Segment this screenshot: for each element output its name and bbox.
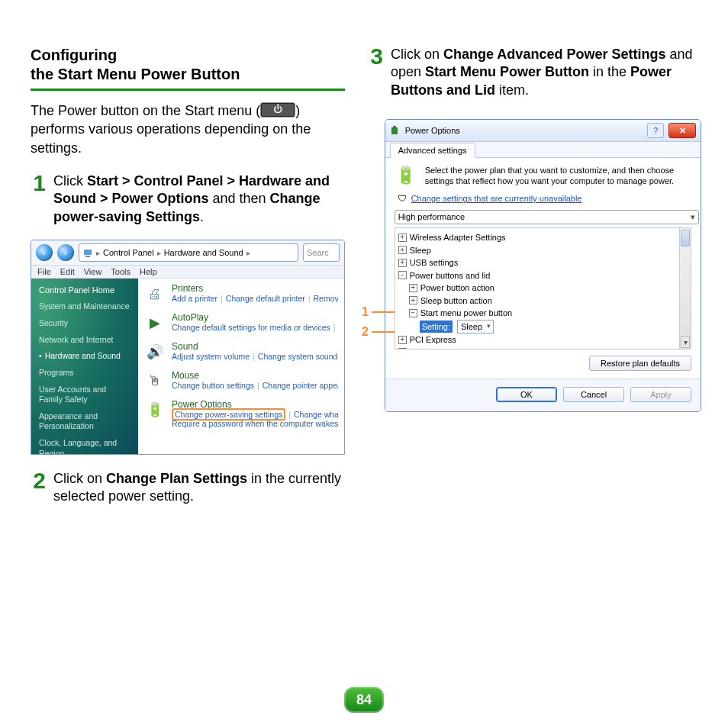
chevron-down-icon: ▾ <box>691 212 695 222</box>
link-mouse-pointer[interactable]: Change pointer appearance <box>263 381 338 390</box>
cp-nav-bar: ‹ › ▸ Control Panel ▸ Hardware and Sound… <box>31 240 344 266</box>
link-change-power-button[interactable]: Change what the power b <box>294 410 338 419</box>
cp-sidebar: Control Panel Home System and Maintenanc… <box>31 279 138 454</box>
link-autoplay-defaults[interactable]: Change default settings for media or dev… <box>172 323 330 332</box>
tree-start-menu-power-button[interactable]: −Start menu power button <box>409 307 678 320</box>
sidebar-item-system[interactable]: System and Maintenance <box>31 298 138 315</box>
scrollbar[interactable]: ▾ <box>679 228 691 349</box>
plan-value: High performance <box>398 212 465 222</box>
sidebar-item-hardware-sound[interactable]: Hardware and Sound <box>31 348 138 365</box>
ok-button[interactable]: OK <box>496 387 557 402</box>
tree-setting-row[interactable]: Setting: Sleep▾ <box>420 320 678 334</box>
svg-rect-1 <box>85 256 90 257</box>
cat-mouse: 🖱 Mouse Change button settings|Change po… <box>144 370 338 391</box>
help-button[interactable]: ? <box>647 123 664 138</box>
cat-sound: 🔊 Sound Adjust system volume|Change syst… <box>144 341 338 362</box>
intro-paragraph: The Power button on the Start menu () pe… <box>31 101 345 157</box>
restore-defaults-button[interactable]: Restore plan defaults <box>589 356 691 371</box>
setting-value-select[interactable]: Sleep▾ <box>457 320 494 334</box>
tree-wireless[interactable]: +Wireless Adapter Settings <box>398 231 678 244</box>
cp-main-pane: 🖨 Printers Add a printer|Change default … <box>138 279 344 454</box>
battery-icon <box>390 125 401 136</box>
menu-help[interactable]: Help <box>140 267 157 276</box>
cat-title[interactable]: Sound <box>172 341 338 352</box>
menu-tools[interactable]: Tools <box>111 267 130 276</box>
power-plan-icon: 🔋 <box>395 166 417 188</box>
section-heading: Configuring the Start Menu Power Button <box>31 46 345 84</box>
step-number: 2 <box>31 470 46 506</box>
link-remove-printer[interactable]: Remove a printe <box>314 294 339 303</box>
svg-rect-2 <box>391 127 398 134</box>
link-require-password[interactable]: Require a password when the computer wak… <box>172 419 338 428</box>
apply-button[interactable]: Apply <box>630 387 691 402</box>
svg-rect-3 <box>393 126 396 127</box>
cat-autoplay: ▶ AutoPlay Change default settings for m… <box>144 312 338 333</box>
close-button[interactable]: ✕ <box>668 123 696 138</box>
scrollbar-thumb[interactable] <box>681 230 690 246</box>
cat-printers: 🖨 Printers Add a printer|Change default … <box>144 283 338 304</box>
sidebar-item-home[interactable]: Control Panel Home <box>31 282 138 298</box>
speaker-icon: 🔊 <box>144 341 166 362</box>
cat-title[interactable]: Printers <box>172 283 338 294</box>
po-description: Select the power plan that you want to c… <box>425 166 691 188</box>
cat-power-options: 🔋 Power Options Change power-saving sett… <box>144 399 338 428</box>
tree-sleep[interactable]: +Sleep <box>398 244 678 257</box>
step-2: 2 Click on Change Plan Settings in the c… <box>31 470 345 506</box>
link-change-sounds[interactable]: Change system sounds <box>258 352 338 361</box>
sidebar-item-security[interactable]: Security <box>31 315 138 332</box>
printer-icon: 🖨 <box>144 283 166 304</box>
cat-title[interactable]: AutoPlay <box>172 312 338 323</box>
tree-power-button-action[interactable]: +Power button action <box>409 282 678 295</box>
mouse-icon: 🖱 <box>144 370 166 391</box>
tree-processor-pm[interactable]: +Processor power management <box>398 346 678 350</box>
battery-icon: 🔋 <box>144 399 166 420</box>
control-panel-window: ‹ › ▸ Control Panel ▸ Hardware and Sound… <box>31 240 345 455</box>
heading-rule <box>31 89 345 91</box>
breadcrumb[interactable]: ▸ Control Panel ▸ Hardware and Sound ▸ <box>79 243 298 262</box>
svg-rect-0 <box>84 250 92 255</box>
menu-edit[interactable]: Edit <box>60 267 75 276</box>
power-button-icon <box>260 102 295 118</box>
back-button[interactable]: ‹ <box>36 244 53 261</box>
link-mouse-buttons[interactable]: Change button settings <box>172 381 254 390</box>
step-number: 3 <box>368 46 383 99</box>
link-change-unavailable[interactable]: Change settings that are currently unava… <box>411 194 582 203</box>
setting-label: Setting: <box>420 321 453 333</box>
tree-pci-express[interactable]: +PCI Express <box>398 333 678 346</box>
sidebar-item-programs[interactable]: Programs <box>31 365 138 382</box>
page-number: 84 <box>344 687 384 713</box>
cancel-button[interactable]: Cancel <box>563 387 624 402</box>
tab-advanced-settings[interactable]: Advanced settings <box>390 143 475 158</box>
sidebar-item-appearance[interactable]: Appearance and Personalization <box>31 408 138 435</box>
crumb-hardware-sound: Hardware and Sound <box>164 248 243 257</box>
power-plan-select[interactable]: High performance ▾ <box>395 210 699 224</box>
po-settings-tree: ▾ +Wireless Adapter Settings +Sleep +USB… <box>395 227 691 350</box>
menu-file[interactable]: File <box>37 267 51 276</box>
callout-1: 1 <box>362 305 369 319</box>
link-add-printer[interactable]: Add a printer <box>172 294 217 303</box>
tree-usb[interactable]: +USB settings <box>398 256 678 269</box>
tree-power-buttons-lid[interactable]: −Power buttons and lid <box>398 269 678 282</box>
computer-icon <box>82 247 93 258</box>
power-options-dialog: Power Options ? ✕ Advanced settings 🔋 Se… <box>385 119 701 412</box>
search-input[interactable]: Searc <box>303 243 340 262</box>
forward-button[interactable]: › <box>57 244 74 261</box>
po-title: Power Options <box>405 126 643 135</box>
crumb-control-panel: Control Panel <box>103 248 154 257</box>
shield-icon: 🛡 <box>398 193 407 204</box>
scroll-down-button[interactable]: ▾ <box>681 336 690 348</box>
link-change-default-printer[interactable]: Change default printer <box>226 294 305 303</box>
menu-view[interactable]: View <box>84 267 102 276</box>
tree-sleep-button-action[interactable]: +Sleep button action <box>409 295 678 308</box>
step-1: 1 Click Start > Control Panel > Hardware… <box>31 172 345 226</box>
sidebar-item-clock[interactable]: Clock, Language, and Region <box>31 435 138 455</box>
step-number: 1 <box>31 172 46 226</box>
cat-title[interactable]: Mouse <box>172 370 338 381</box>
sidebar-item-network[interactable]: Network and Internet <box>31 332 138 349</box>
sidebar-item-users[interactable]: User Accounts and Family Safety <box>31 382 138 408</box>
step-text: Click Start > Control Panel > Hardware a… <box>53 172 345 226</box>
cp-menu-bar: File Edit View Tools Help <box>31 266 344 279</box>
step-3: 3 Click on Change Advanced Power Setting… <box>368 46 701 99</box>
link-adjust-volume[interactable]: Adjust system volume <box>172 352 250 361</box>
callout-2: 2 <box>362 325 369 339</box>
